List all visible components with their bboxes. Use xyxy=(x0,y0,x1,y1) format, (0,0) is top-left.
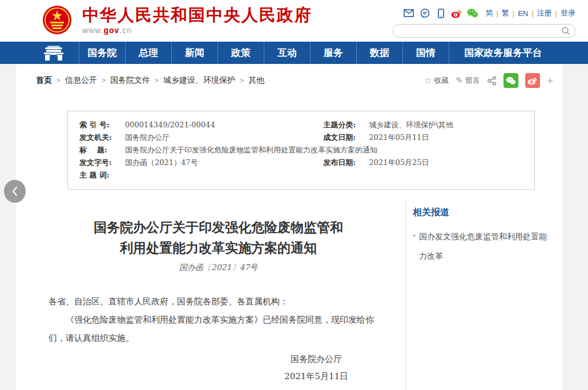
favorite-label: 收藏 xyxy=(434,75,449,86)
meta-row: 索 引 号:000014349/2021-00044 主题分类:城乡建设、环境保… xyxy=(79,119,523,131)
document-title-line2: 利用处置能力改革实施方案的通知 xyxy=(120,240,317,255)
breadcrumb-separator: > xyxy=(57,77,61,85)
document-salutation: 各省、自治区、直辖市人民政府，国务院各部委、各直属机构： xyxy=(49,292,388,311)
share-icon xyxy=(487,76,497,86)
national-emblem-icon xyxy=(42,5,72,35)
lang-simplified[interactable]: 简 xyxy=(485,8,493,18)
page-actions: ☆收藏 ✎留言 + xyxy=(424,73,553,88)
search-input[interactable] xyxy=(400,25,561,37)
comment-button[interactable]: ✎留言 xyxy=(456,75,480,86)
meta-docno-label: 发文字号: xyxy=(79,156,120,169)
site-logo[interactable]: 中华人民共和国中央人民政府 www.gov.cn xyxy=(42,5,312,35)
nav-item-services[interactable]: 服务 xyxy=(310,42,356,64)
signer: 国务院办公厅 xyxy=(284,351,348,368)
related-reports-header[interactable]: 相关报道 xyxy=(413,207,554,219)
document-title-line1: 国务院办公厅关于印发强化危险废物监管和 xyxy=(94,219,343,235)
meta-topic-label: 主题分类: xyxy=(323,119,364,131)
meta-publish-date-value: 2021年05月25日 xyxy=(369,156,429,169)
document-title: 国务院办公厅关于印发强化危险废物监管和 利用处置能力改革实施方案的通知 xyxy=(49,217,388,258)
breadcrumb-urban-env[interactable]: 城乡建设、环境保护 xyxy=(163,75,235,86)
document-paragraph: 《强化危险废物监管和利用处置能力改革实施方案》已经国务院同意，现印发给你们，请认… xyxy=(49,311,388,347)
wechat-icon[interactable] xyxy=(467,7,478,19)
search-icon[interactable] xyxy=(561,26,570,35)
nav-item-interaction[interactable]: 互动 xyxy=(264,42,310,64)
lang-sep: | xyxy=(531,9,533,18)
meta-row: 主 题 词: xyxy=(79,169,523,182)
document-main: 国务院办公厅关于印发强化危险废物监管和 利用处置能力改革实施方案的通知 国办函〔… xyxy=(16,199,405,390)
mail-icon[interactable] xyxy=(403,7,414,19)
breadcrumb-separator: > xyxy=(102,77,106,85)
meta-written-date-label: 成文日期: xyxy=(323,131,364,144)
lang-links: 简| 繁| EN| 注册| 登录 xyxy=(485,8,575,18)
breadcrumb-home[interactable]: 首页 xyxy=(36,75,52,86)
meta-row: 发文机关:国务院办公厅 成文日期:2021年05月11日 xyxy=(79,131,523,144)
related-report-link[interactable]: * 国办发文强化危废监管和利用处置能力改革 xyxy=(413,227,554,266)
document-meta-box: 索 引 号:000014349/2021-00044 主题分类:城乡建设、环境保… xyxy=(67,111,535,190)
nav-item-policy[interactable]: 政策 xyxy=(218,42,264,64)
comment-icon[interactable] xyxy=(419,7,430,19)
url-cn: .cn xyxy=(119,26,132,35)
lang-sep: | xyxy=(496,9,498,18)
main-nav: 国务院 总理 新闻 政策 互动 服务 数据 国情 国家政务服务平台 xyxy=(0,42,588,64)
breadcrumb-row: 首页 > 信息公开 > 国务院文件 > 城乡建设、环境保护 > 其他 ☆收藏 ✎… xyxy=(16,64,562,94)
breadcrumb-state-council-docs[interactable]: 国务院文件 xyxy=(110,75,150,86)
meta-organ-label: 发文机关: xyxy=(79,131,120,144)
lang-traditional[interactable]: 繁 xyxy=(502,8,509,18)
back-button[interactable] xyxy=(4,180,26,203)
share-weibo-button[interactable] xyxy=(525,73,540,88)
meta-title-label: 标 题: xyxy=(79,144,120,156)
breadcrumb-info-disclosure[interactable]: 信息公开 xyxy=(65,75,97,86)
chevron-left-icon xyxy=(11,186,19,196)
site-header: 中华人民共和国中央人民政府 www.gov.cn xyxy=(0,0,588,42)
breadcrumb-separator: > xyxy=(240,77,244,85)
weibo-icon[interactable] xyxy=(451,7,462,19)
nav-item-gov-service-platform[interactable]: 国家政务服务平台 xyxy=(449,42,557,64)
document-area: 国务院办公厅关于印发强化危险废物监管和 利用处置能力改革实施方案的通知 国办函〔… xyxy=(16,199,562,390)
document-number: 国办函〔2021〕47号 xyxy=(49,263,388,273)
header-right: 简| 繁| EN| 注册| 登录 xyxy=(393,7,575,38)
meta-docno-value: 国办函（2021）47号 xyxy=(125,156,198,169)
favorite-button[interactable]: ☆收藏 xyxy=(424,75,449,86)
wechat-icon xyxy=(506,77,516,85)
nav-item-data[interactable]: 数据 xyxy=(356,42,402,64)
page: 中华人民共和国中央人民政府 www.gov.cn xyxy=(0,0,588,390)
breadcrumb: 首页 > 信息公开 > 国务院文件 > 城乡建设、环境保护 > 其他 xyxy=(36,75,264,86)
site-url: www.gov.cn xyxy=(82,26,312,35)
meta-organ-value: 国务院办公厅 xyxy=(125,131,170,144)
home-icon[interactable] xyxy=(29,42,79,64)
comment-label: 留言 xyxy=(465,75,480,86)
share-wechat-button[interactable] xyxy=(504,73,518,88)
share-button[interactable] xyxy=(487,76,497,86)
meta-topic-value: 城乡建设、环境保护\其他 xyxy=(369,119,453,131)
content-card: 首页 > 信息公开 > 国务院文件 > 城乡建设、环境保护 > 其他 ☆收藏 ✎… xyxy=(16,64,562,390)
meta-row: 发文字号:国办函（2021）47号 发布日期:2021年05月25日 xyxy=(79,156,523,169)
url-www: www. xyxy=(82,26,103,35)
nav-item-premier[interactable]: 总理 xyxy=(125,42,171,64)
meta-subject-words-label: 主 题 词: xyxy=(79,169,120,182)
page-body: 首页 > 信息公开 > 国务院文件 > 城乡建设、环境保护 > 其他 ☆收藏 ✎… xyxy=(0,64,588,390)
more-share-button[interactable]: + xyxy=(547,75,553,86)
bullet: * xyxy=(413,227,416,266)
search-box xyxy=(393,24,575,38)
meta-title-value: 国务院办公厅关于印发强化危险废物监管和利用处置能力改革实施方案的通知 xyxy=(125,144,377,156)
lang-english[interactable]: EN xyxy=(518,9,528,18)
meta-publish-date-label: 发布日期: xyxy=(323,156,364,169)
related-sidebar: 相关报道 * 国办发文强化危废监管和利用处置能力改革 xyxy=(405,199,562,390)
signature-block: 国务院办公厅 2021年5月11日 xyxy=(284,351,348,385)
url-gov: gov xyxy=(103,26,119,35)
nav-item-state-council[interactable]: 国务院 xyxy=(79,42,125,64)
related-report-text: 国办发文强化危废监管和利用处置能力改革 xyxy=(419,227,554,266)
nav-item-national-conditions[interactable]: 国情 xyxy=(402,42,449,64)
lang-sep: | xyxy=(555,9,557,18)
pencil-icon: ✎ xyxy=(456,75,463,86)
lang-sep: | xyxy=(513,9,514,18)
site-title: 中华人民共和国中央人民政府 xyxy=(82,5,312,25)
login-link[interactable]: 登录 xyxy=(561,8,575,18)
meta-row: 标 题:国务院办公厅关于印发强化危险废物监管和利用处置能力改革实施方案的通知 xyxy=(79,144,523,156)
nav-item-news[interactable]: 新闻 xyxy=(171,42,218,64)
breadcrumb-separator: > xyxy=(155,77,159,85)
site-title-block: 中华人民共和国中央人民政府 www.gov.cn xyxy=(82,5,312,35)
breadcrumb-other[interactable]: 其他 xyxy=(248,75,264,86)
register-link[interactable]: 注册 xyxy=(537,8,552,18)
mobile-icon[interactable] xyxy=(435,7,446,19)
